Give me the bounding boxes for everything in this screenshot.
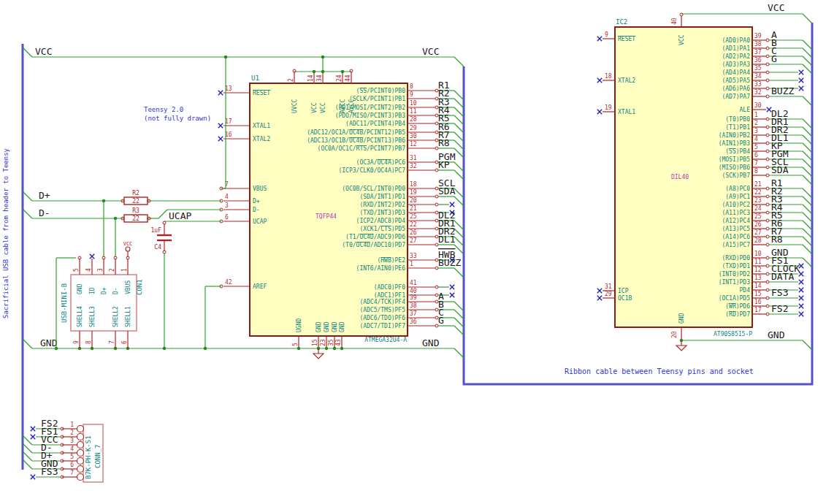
pin-name: (AD4)PA4: [722, 69, 750, 76]
pin-number: 5: [292, 343, 299, 346]
pin-name: (ICP3/CLK0/OC4A)PC7: [338, 167, 405, 174]
pin-name: (AIN1)PB3: [719, 140, 751, 147]
pin-end-circle: [766, 55, 769, 58]
bus-entry: [803, 188, 812, 198]
bus-entry: [23, 459, 32, 469]
net-label[interactable]: R8: [438, 137, 450, 148]
gnd-symbol-icon: [313, 354, 324, 359]
pin-number: 2: [70, 429, 74, 436]
junction-dot: [297, 347, 300, 350]
net-label[interactable]: R8: [771, 234, 783, 245]
pin-number: 2: [754, 120, 758, 126]
bus-entry: [454, 91, 464, 100]
ic2-ref[interactable]: IC2: [616, 18, 627, 26]
usb-ref[interactable]: CON1: [136, 279, 143, 295]
pin-end-circle: [766, 174, 769, 177]
pin-number: 3: [225, 202, 229, 209]
conn7-ref[interactable]: CONN_7: [94, 444, 102, 468]
pin-name: (ADC7/TDI)PF7: [359, 323, 405, 329]
pin-name: GND: [678, 313, 685, 324]
u1-ref[interactable]: U1: [251, 75, 259, 82]
pin-number: 22: [754, 189, 762, 196]
net-label[interactable]: BUZZ: [771, 85, 794, 96]
pin-end-circle: [766, 219, 769, 222]
teensy-note[interactable]: Teensy 2.0(not fully drawn): [144, 105, 211, 123]
pin-number: 10: [410, 100, 417, 107]
net-label-gnd[interactable]: GND: [422, 337, 440, 348]
pin-number: 30: [410, 133, 417, 140]
net-label[interactable]: SDA: [438, 186, 456, 196]
junction-dot: [340, 347, 343, 350]
pin-name: (MOSI)PB5: [719, 156, 751, 163]
pin-name: (RXD)PD0: [722, 255, 750, 261]
net-label[interactable]: SDA: [771, 164, 789, 175]
pin-end-circle: [766, 235, 769, 238]
net-label-vcc[interactable]: VCC: [768, 2, 784, 13]
junction-dot: [341, 70, 344, 73]
schematic-drawing: U1ATMEGA32U4-ATQFP448(SS/PCINT0)PB0R19(S…: [0, 0, 826, 504]
bus-entry: [803, 135, 812, 145]
conn7-pad: [77, 466, 84, 473]
net-label[interactable]: FS3: [41, 466, 58, 477]
pin-name: GND: [332, 321, 338, 332]
bus-entry: [454, 237, 464, 246]
net-label[interactable]: KP: [438, 159, 450, 170]
net-label[interactable]: G: [438, 315, 444, 326]
pin-name: UCAP: [253, 218, 267, 225]
bus-entry: [23, 339, 32, 348]
pin-name: (INT0)PD2: [719, 271, 751, 278]
net-label[interactable]: DL1: [438, 234, 455, 245]
bus-entry: [454, 188, 464, 198]
pin-name: OC1B: [618, 295, 632, 302]
pin-number: 19: [410, 189, 417, 196]
pin-number: 2: [288, 78, 294, 82]
usb-value[interactable]: USB-MINI-B: [61, 283, 68, 323]
pin-number: 19: [605, 104, 612, 111]
pin-end-circle: [766, 39, 769, 42]
net-label-dminus[interactable]: D-: [39, 207, 50, 218]
pin-number: 32: [410, 163, 417, 169]
pin-name: UVCC: [291, 99, 298, 113]
bus-entry: [803, 151, 812, 161]
pin-name: (RD)PD7: [725, 311, 750, 318]
net-label-gnd[interactable]: GND: [40, 337, 58, 348]
pin-name: XTAL1: [253, 123, 270, 129]
pin-number: 37: [754, 49, 762, 56]
pin-number: 9: [605, 31, 608, 38]
bus-entry: [803, 48, 812, 58]
pin-end-circle: [766, 134, 769, 137]
pin-number: 39: [410, 294, 417, 301]
pin-name: (A14)PC6: [722, 234, 750, 240]
net-label[interactable]: DATA: [771, 271, 794, 282]
ic2-value[interactable]: AT90S8515-P: [714, 331, 752, 337]
bus-entry: [803, 143, 812, 153]
net-label-vcc[interactable]: VCC: [35, 46, 52, 57]
bus-entry: [23, 209, 32, 218]
pin-number: 24: [754, 205, 762, 212]
pin-name: (A15)PC7: [722, 242, 750, 248]
pin-end-circle: [766, 166, 769, 169]
u1-value[interactable]: ATMEGA32U4-A: [364, 337, 407, 343]
wire[interactable]: [158, 210, 167, 218]
ribbon-cable-note[interactable]: Ribbon cable between Teensy pins and soc…: [565, 367, 754, 375]
net-label[interactable]: G: [771, 53, 777, 64]
sacrificial-usb-note[interactable]: Sacrificial USB cable from header to Tee…: [2, 148, 9, 318]
conn7-value[interactable]: B7K-PH-K-S1: [85, 435, 92, 479]
net-label-vcc[interactable]: VCC: [422, 46, 439, 57]
bus-entry: [803, 258, 812, 267]
net-label[interactable]: FS3: [771, 287, 788, 298]
pin-end-circle: [766, 118, 769, 121]
pin-name: (ADC11/PCINT4)PB4: [345, 121, 405, 127]
net-label[interactable]: BUZZ: [438, 257, 461, 268]
net-label-gnd[interactable]: GND: [768, 329, 785, 340]
pin-name: (A13)PC5: [722, 226, 750, 232]
pin-name: GND: [339, 321, 345, 332]
pin-name: (A9)PC1: [725, 194, 750, 200]
net-label-dplus[interactable]: D+: [39, 190, 50, 201]
net-label-ucap[interactable]: UCAP: [169, 210, 191, 221]
pin-end-circle: [766, 195, 769, 198]
pin-number: 31: [410, 155, 417, 161]
net-label[interactable]: FS2: [771, 303, 788, 314]
pin-number: 25: [410, 213, 417, 220]
pin-number: 42: [225, 279, 232, 286]
